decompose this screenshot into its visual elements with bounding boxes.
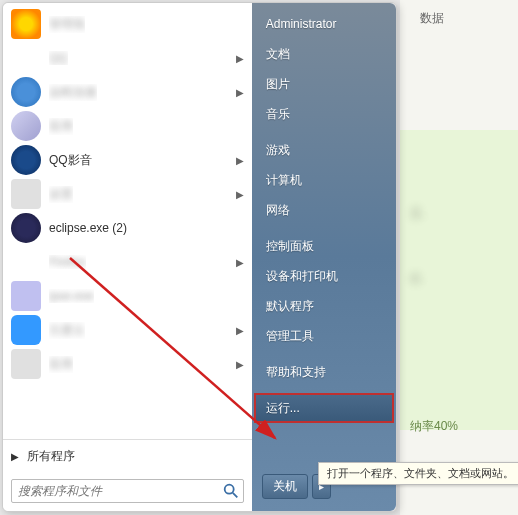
right-menu-item[interactable]: 设备和打印机 <box>252 261 396 291</box>
right-menu-item[interactable]: 网络 <box>252 195 396 225</box>
program-item[interactable]: ipse.exe <box>5 279 250 313</box>
start-menu: 管理我QQ▶远程连接▶应用QQ影音▶设置▶eclipse.exe (2)Fire… <box>2 2 397 512</box>
bg-text-rate: 纳率40% <box>410 418 458 435</box>
right-menu-item[interactable]: 帮助和支持 <box>252 357 396 387</box>
chevron-right-icon: ▶ <box>236 87 244 98</box>
program-item[interactable]: 远程连接▶ <box>5 75 250 109</box>
search-icon[interactable] <box>222 482 240 500</box>
app2-icon <box>11 281 41 311</box>
program-label: 管理我 <box>49 16 85 33</box>
qq2-icon <box>11 43 41 73</box>
program-item[interactable]: 应用 <box>5 109 250 143</box>
svg-point-0 <box>224 485 233 494</box>
right-menu-item[interactable]: 控制面板 <box>252 231 396 261</box>
right-menu-item[interactable]: 游戏 <box>252 135 396 165</box>
start-menu-left: 管理我QQ▶远程连接▶应用QQ影音▶设置▶eclipse.exe (2)Fire… <box>3 3 252 511</box>
right-menu-item[interactable]: 音乐 <box>252 99 396 129</box>
program-label: 设置 <box>49 186 73 203</box>
run-label: 运行... <box>266 400 300 417</box>
baidu-icon <box>11 315 41 345</box>
right-menu-item[interactable]: 管理工具 <box>252 321 396 351</box>
gear-icon <box>11 179 41 209</box>
chevron-right-icon: ▶ <box>236 189 244 200</box>
program-item[interactable]: QQ▶ <box>5 41 250 75</box>
svg-line-1 <box>233 493 238 498</box>
chevron-right-icon: ▶ <box>236 53 244 64</box>
bg-text-blur2: 处. <box>410 270 425 287</box>
search-input[interactable] <box>11 479 244 503</box>
programs-list: 管理我QQ▶远程连接▶应用QQ影音▶设置▶eclipse.exe (2)Fire… <box>3 3 252 439</box>
right-menu-item[interactable]: Administrator <box>252 9 396 39</box>
program-label: QQ影音 <box>49 152 92 169</box>
qqplayer-icon <box>11 145 41 175</box>
program-item[interactable]: 管理我 <box>5 7 250 41</box>
program-item[interactable]: eclipse.exe (2) <box>5 211 250 245</box>
shutdown-button[interactable]: 关机 <box>262 474 308 499</box>
program-item[interactable]: 百度云▶ <box>5 313 250 347</box>
ff-icon <box>11 247 41 277</box>
chevron-right-icon: ▶ <box>236 359 244 370</box>
all-programs-label: 所有程序 <box>27 448 75 465</box>
chevron-right-icon: ▶ <box>236 257 244 268</box>
program-label: 远程连接 <box>49 84 97 101</box>
globe-icon <box>11 77 41 107</box>
program-label: QQ <box>49 51 68 65</box>
bg-text-top: 数据 <box>420 10 444 27</box>
eclipse-icon <box>11 213 41 243</box>
program-label: 应用 <box>49 118 73 135</box>
program-item[interactable]: 应用▶ <box>5 347 250 381</box>
run-menu-item[interactable]: 运行... <box>254 393 394 423</box>
desktop-background: 数据 是, 处. 纳率40% <box>400 0 518 515</box>
program-label: 应用 <box>49 356 73 373</box>
program-item[interactable]: QQ影音▶ <box>5 143 250 177</box>
all-programs-button[interactable]: ▶ 所有程序 <box>3 439 252 473</box>
app1-icon <box>11 111 41 141</box>
program-label: 百度云 <box>49 322 85 339</box>
program-label: Firefox <box>49 255 86 269</box>
triangle-icon: ▶ <box>11 451 19 462</box>
program-item[interactable]: 设置▶ <box>5 177 250 211</box>
right-menu-item[interactable]: 文档 <box>252 39 396 69</box>
right-menu-item[interactable]: 默认程序 <box>252 291 396 321</box>
run-tooltip: 打开一个程序、文件夹、文档或网站。 <box>318 462 518 485</box>
bg-text-blur1: 是, <box>410 205 425 222</box>
right-menu-item[interactable]: 图片 <box>252 69 396 99</box>
chevron-right-icon: ▶ <box>236 325 244 336</box>
right-menu-item[interactable]: 计算机 <box>252 165 396 195</box>
program-label: ipse.exe <box>49 289 94 303</box>
program-item[interactable]: Firefox▶ <box>5 245 250 279</box>
search-container <box>11 479 244 503</box>
app3-icon <box>11 349 41 379</box>
program-label: eclipse.exe (2) <box>49 221 127 235</box>
start-menu-right: Administrator文档图片音乐 游戏计算机网络 控制面板设备和打印机默认… <box>252 3 396 511</box>
qq1-icon <box>11 9 41 39</box>
chevron-right-icon: ▶ <box>236 155 244 166</box>
